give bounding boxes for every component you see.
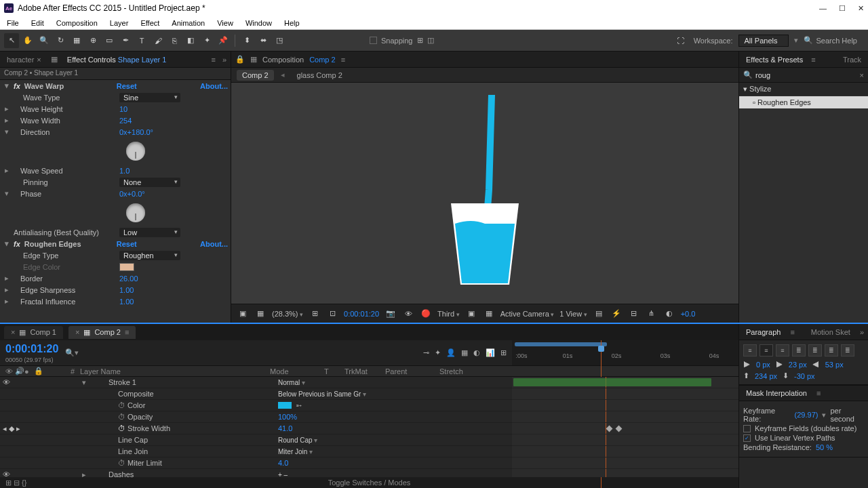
graph-editor-icon[interactable]: 📊 xyxy=(486,348,495,357)
lock-col-icon[interactable]: 🔒 xyxy=(31,367,41,375)
show-snapshot-icon[interactable]: 👁 xyxy=(402,308,414,320)
tab-paragraph[interactable]: Paragraph xyxy=(743,327,783,338)
justify-last-right-icon[interactable]: ≣ xyxy=(825,344,838,357)
justify-all-icon[interactable]: ≣ xyxy=(841,344,854,357)
brainstorm-icon[interactable]: ⊞ xyxy=(500,348,507,357)
justify-last-left-icon[interactable]: ≣ xyxy=(792,344,806,357)
space-after-value[interactable]: -30 px xyxy=(794,372,815,380)
view-dropdown[interactable]: 1 View xyxy=(559,310,587,318)
keyframe-icon[interactable] xyxy=(606,426,613,432)
puppet-tool-icon[interactable]: 📌 xyxy=(216,33,231,48)
indent-first-value[interactable]: 23 px xyxy=(789,361,807,369)
resolution-icon[interactable]: ⊞ xyxy=(309,308,321,320)
stroke-width-value[interactable]: 41.0 xyxy=(278,424,292,432)
phase-value[interactable]: 0x+0.0° xyxy=(119,190,145,198)
panel-overflow-icon[interactable]: » xyxy=(222,56,226,64)
twirl-icon[interactable]: ▾ xyxy=(3,239,11,248)
search-help-field[interactable]: Search Help xyxy=(816,37,857,45)
zoom-tool-icon[interactable]: 🔍 xyxy=(37,33,52,48)
clear-search-icon[interactable]: × xyxy=(860,71,864,79)
pen-tool-icon[interactable]: ✒ xyxy=(118,33,133,48)
dashes-add[interactable]: + – xyxy=(278,471,373,478)
indent-right-value[interactable]: 53 px xyxy=(825,361,844,369)
bending-value[interactable]: 50 % xyxy=(816,443,833,451)
align-left-icon[interactable]: ≡ xyxy=(743,344,757,357)
text-tool-icon[interactable]: T xyxy=(134,33,149,48)
selection-tool-icon[interactable]: ↖ xyxy=(4,33,19,48)
wave-speed-value[interactable]: 1.0 xyxy=(119,167,130,175)
twirl-icon[interactable]: ▾ xyxy=(3,81,11,90)
menu-composition[interactable]: Composition xyxy=(56,19,98,27)
timeline-ruler[interactable]: :00s 01s 02s 03s 04s xyxy=(512,340,738,365)
reset-link[interactable]: Reset xyxy=(117,82,137,90)
viewer-timecode[interactable]: 0:00:01:20 xyxy=(344,310,379,318)
eye-col-icon[interactable]: 👁 xyxy=(3,367,12,375)
menu-window[interactable]: Window xyxy=(245,19,272,27)
search-layers-icon[interactable]: 🔍▾ xyxy=(65,348,79,357)
workspace-dropdown[interactable]: All Panels xyxy=(738,35,789,47)
category-stylize[interactable]: ▾ Stylize xyxy=(739,83,868,96)
blend-mode-dropdown[interactable]: Normal xyxy=(278,379,373,386)
resolution-dropdown[interactable]: Third xyxy=(437,310,460,318)
wave-type-dropdown[interactable]: Sine xyxy=(119,93,180,102)
menu-layer[interactable]: Layer xyxy=(110,19,129,27)
world-axis-icon[interactable]: ⬌ xyxy=(256,33,271,48)
always-preview-icon[interactable]: ▣ xyxy=(237,308,249,320)
project-icon[interactable]: ▦ xyxy=(250,55,257,64)
panel-menu-icon[interactable]: ≡ xyxy=(341,56,345,64)
justify-last-center-icon[interactable]: ≣ xyxy=(808,344,822,357)
panel-menu-icon[interactable]: ≡ xyxy=(211,56,215,64)
composition-name[interactable]: Comp 2 xyxy=(309,56,336,64)
edge-sharpness-value[interactable]: 1.00 xyxy=(119,286,134,294)
toggle-switches-icon[interactable]: ⊞ ⊟ {} xyxy=(5,479,26,487)
wave-width-value[interactable]: 254 xyxy=(119,117,132,125)
camera-dropdown[interactable]: Active Camera xyxy=(500,310,555,318)
preset-roughen-edges[interactable]: ▫ Roughen Edges xyxy=(739,96,868,108)
close-icon[interactable]: × xyxy=(11,328,15,336)
timeline-track-area[interactable] xyxy=(512,377,738,477)
reset-exposure-icon[interactable]: ◐ xyxy=(663,308,675,320)
snap-opt1-icon[interactable]: ⊞ xyxy=(417,36,423,45)
current-timecode[interactable]: 0:00:01:20 xyxy=(5,343,58,355)
direction-dial[interactable] xyxy=(126,142,145,161)
snap-opt2-icon[interactable]: ◫ xyxy=(427,36,434,45)
indent-left-value[interactable]: 0 px xyxy=(756,361,770,369)
close-icon[interactable]: × xyxy=(75,328,79,336)
antialias-dropdown[interactable]: Low xyxy=(119,228,180,237)
solo-col-icon[interactable]: ● xyxy=(22,367,31,375)
about-link[interactable]: About... xyxy=(200,82,228,90)
roto-tool-icon[interactable]: ✦ xyxy=(199,33,214,48)
local-axis-icon[interactable]: ⬍ xyxy=(239,33,254,48)
clone-tool-icon[interactable]: ⎘ xyxy=(167,33,182,48)
lock-icon[interactable]: 🔒 xyxy=(235,55,245,64)
tab-character[interactable]: haracter× xyxy=(4,54,44,65)
composite-dropdown[interactable]: Below Previous in Same Gr xyxy=(278,390,373,398)
menu-effect[interactable]: Effect xyxy=(140,19,159,27)
transparency-icon[interactable]: ▦ xyxy=(483,308,495,320)
exposure-value[interactable]: +0.0 xyxy=(681,310,696,318)
snapping-checkbox[interactable] xyxy=(370,37,377,44)
fx-enabled-icon[interactable]: fx xyxy=(14,82,20,90)
composition-viewer[interactable] xyxy=(231,83,738,304)
layer-stroke1[interactable]: Stroke 1 xyxy=(88,378,278,386)
edge-color-swatch[interactable] xyxy=(119,263,134,271)
close-button[interactable]: ✕ xyxy=(858,4,864,13)
toggle-switches-button[interactable]: Toggle Switches / Modes xyxy=(328,479,411,487)
fx-enabled-icon[interactable]: fx xyxy=(14,240,20,248)
eyedropper-icon[interactable]: ➵ xyxy=(296,401,302,410)
comp-mini-flowchart-icon[interactable]: ⊸ xyxy=(423,348,429,357)
draft-3d-icon[interactable]: ▦ xyxy=(254,308,267,320)
tab-motion-sketch[interactable]: Motion Sket xyxy=(808,327,853,338)
wave-height-value[interactable]: 10 xyxy=(119,105,127,113)
menu-help[interactable]: Help xyxy=(284,19,300,27)
rotate-tool-icon[interactable]: ↻ xyxy=(53,33,68,48)
shape-tool-icon[interactable]: ▭ xyxy=(102,33,117,48)
timeline-tab-comp1[interactable]: ×▦ Comp 1 xyxy=(4,326,63,339)
tab-effect-controls[interactable]: Effect Controls Shape Layer 1 xyxy=(64,54,170,65)
maximize-button[interactable]: ☐ xyxy=(839,4,846,13)
view-axis-icon[interactable]: ◳ xyxy=(272,33,287,48)
menu-animation[interactable]: Animation xyxy=(172,19,205,27)
channel-icon[interactable]: 🔴 xyxy=(420,308,432,320)
draft-3d-icon[interactable]: ✦ xyxy=(435,348,441,357)
effect-wave-warp[interactable]: Wave Warp xyxy=(23,82,111,90)
